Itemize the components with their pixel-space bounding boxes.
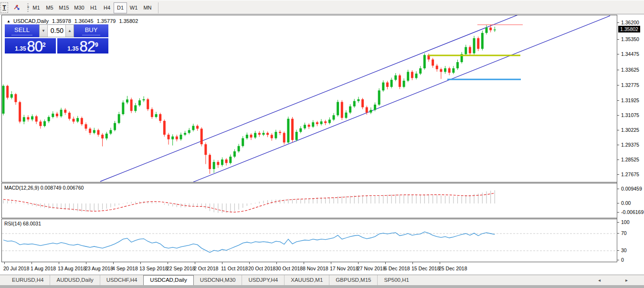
buy-price-prefix: 1.35 xyxy=(67,45,78,53)
rsi-axis-label-tick xyxy=(617,222,619,223)
time-axis-tick xyxy=(249,262,250,264)
chart-tab-eurusd-h4[interactable]: EURUSD,H4 xyxy=(6,275,50,285)
time-axis-label: 22 Sep 2018 xyxy=(167,266,195,271)
time-axis-tick xyxy=(222,262,222,264)
toolbar-grip[interactable] xyxy=(27,3,29,12)
price-axis-label-tick xyxy=(617,130,619,130)
time-axis-tick xyxy=(4,262,5,264)
macd-axis-label: 0.00 xyxy=(621,200,631,206)
time-axis-label: 15 Dec 2018 xyxy=(412,266,440,271)
time-axis-tick xyxy=(276,262,277,264)
macd-axis-label-tick xyxy=(617,189,619,189)
rsi-chart xyxy=(2,219,617,262)
price-axis-label: 1.27675 xyxy=(621,171,639,177)
price-axis-label-tick xyxy=(617,160,619,160)
timeframe-button-m5[interactable]: M5 xyxy=(43,2,56,13)
chart-tab-usdchf-h4[interactable]: USDCHF,H4 xyxy=(100,275,144,285)
sell-button[interactable]: SELL xyxy=(5,24,39,37)
sell-price-big: 80 xyxy=(27,41,42,53)
chart-tab-usdcnh-m30[interactable]: USDCNH,M30 xyxy=(194,275,242,285)
buy-price-box[interactable]: 1.35 82 9 xyxy=(57,38,108,53)
time-axis-tick xyxy=(195,262,195,264)
timeframe-button-h4[interactable]: H4 xyxy=(100,2,114,13)
time-axis-label: 25 Dec 2018 xyxy=(439,266,467,271)
time-axis-label: 1 Aug 2018 xyxy=(31,266,56,271)
price-axis[interactable]: 1.362001.353501.344751.336251.327751.319… xyxy=(617,15,644,262)
macd-axis-label: -0.006169 xyxy=(621,209,644,215)
one-click-trading-panel: SELL ▼ 0.50 ▲ BUY 1.35 8 xyxy=(5,24,108,53)
buy-button-label: BUY xyxy=(82,26,101,35)
price-axis-label-tick xyxy=(617,22,619,23)
time-axis-tick xyxy=(32,262,32,264)
rsi-axis-label: 70 xyxy=(621,230,627,236)
sell-price-box[interactable]: 1.35 80 2 xyxy=(5,38,56,53)
chart-tab-sp500-h1[interactable]: SP500,H1 xyxy=(377,275,415,285)
chart-tab-xauusd-m1[interactable]: XAUUSD,M1 xyxy=(284,275,329,285)
spin-up-icon: ▲ xyxy=(68,29,72,33)
tab-scroll-left-icon[interactable]: ◂ xyxy=(598,277,601,283)
chart-tab-audusd-daily[interactable]: AUDUSD,Daily xyxy=(50,275,99,285)
time-axis-tick xyxy=(331,262,331,264)
timeframe-button-w1[interactable]: W1 xyxy=(127,2,140,13)
price-axis-label-tick xyxy=(617,70,619,70)
price-axis-label: 1.35350 xyxy=(621,36,639,42)
text-tool-button[interactable]: T xyxy=(0,2,8,13)
mt4-window: T ▾ M1M5M15M30H1H4D1W1MN ▲ USDCAD,Daily … xyxy=(0,0,644,288)
rsi-axis-label-tick xyxy=(617,260,619,260)
chart-tab-usdjpy-h4[interactable]: USDJPY,H4 xyxy=(242,275,284,285)
time-axis-tick xyxy=(440,262,440,264)
volume-input[interactable]: 0.50 xyxy=(48,25,65,37)
rsi-panel[interactable]: RSI(14) 68.0031 xyxy=(1,219,617,262)
time-axis-tick xyxy=(385,262,386,264)
timeframe-button-mn[interactable]: MN xyxy=(140,2,155,13)
price-axis-label-tick xyxy=(617,39,619,40)
time-axis-label: 17 Nov 2018 xyxy=(330,266,359,271)
chart-symbol-label: USDCAD,Daily xyxy=(13,18,49,24)
volume-spinner: ▼ 0.50 ▲ xyxy=(39,24,74,37)
timeframe-button-m30[interactable]: M30 xyxy=(72,2,87,13)
timeframe-button-d1[interactable]: D1 xyxy=(114,2,127,13)
buy-button[interactable]: BUY xyxy=(74,24,108,37)
price-axis-label: 1.31925 xyxy=(621,97,639,103)
tab-scroll-right-icon[interactable]: ▸ xyxy=(625,277,628,283)
time-axis-label: 4 Sep 2018 xyxy=(112,266,138,271)
rsi-axis-label-tick xyxy=(617,233,619,234)
time-axis-label: 13 Sep 2018 xyxy=(139,266,168,271)
price-axis-label-tick xyxy=(617,174,619,175)
ohlc-high: 1.36045 xyxy=(74,18,94,24)
time-axis-label: 20 Oct 2018 xyxy=(248,266,275,271)
time-axis-tick xyxy=(113,262,114,264)
collapse-triangle-icon[interactable]: ▲ xyxy=(7,19,11,23)
volume-decrease-button[interactable]: ▼ xyxy=(40,25,48,37)
text-tool-icon: T xyxy=(2,4,6,11)
time-axis-label: 20 Jul 2018 xyxy=(3,266,29,271)
ohlc-open: 1.35978 xyxy=(52,18,71,24)
timeframe-button-m15[interactable]: M15 xyxy=(56,2,72,13)
macd-panel[interactable]: MACD(12,26,9) 0.008749 0.006760 xyxy=(1,183,617,218)
timeframe-button-m1[interactable]: M1 xyxy=(30,2,43,13)
ohlc-close: 1.35802 xyxy=(119,18,138,24)
spin-down-icon: ▼ xyxy=(42,29,45,33)
sell-price-prefix: 1.35 xyxy=(15,45,26,53)
sell-price-sup: 2 xyxy=(42,38,46,52)
time-axis[interactable]: 20 Jul 20181 Aug 201813 Aug 201823 Aug 2… xyxy=(1,262,617,275)
timeframe-button-h1[interactable]: H1 xyxy=(87,2,100,13)
chart-panel[interactable]: ▲ USDCAD,Daily 1.35978 1.36045 1.35779 1… xyxy=(1,15,617,182)
time-axis-tick xyxy=(358,262,359,264)
rsi-axis-label: 100 xyxy=(621,219,630,225)
macd-axis-label: 0.009459 xyxy=(621,186,642,192)
current-price-tag: 1.35802 xyxy=(618,26,640,32)
buy-price-big: 82 xyxy=(80,41,95,53)
price-axis-label-tick xyxy=(617,115,619,116)
price-axis-label-tick xyxy=(617,54,619,54)
sell-button-label: SELL xyxy=(11,26,32,35)
time-axis-label: 11 Oct 2018 xyxy=(221,266,248,271)
buy-price-sup: 9 xyxy=(95,38,98,52)
volume-increase-button[interactable]: ▲ xyxy=(65,25,74,37)
chart-tab-gbpusd-m15[interactable]: GBPUSD,M15 xyxy=(329,275,377,285)
time-axis-tick xyxy=(168,262,168,264)
price-axis-label: 1.29375 xyxy=(621,142,639,148)
trendline-channel-lower xyxy=(193,16,610,182)
ohlc-low: 1.35779 xyxy=(97,18,116,24)
chart-tab-usdcad-daily[interactable]: USDCAD,Daily xyxy=(143,275,193,285)
